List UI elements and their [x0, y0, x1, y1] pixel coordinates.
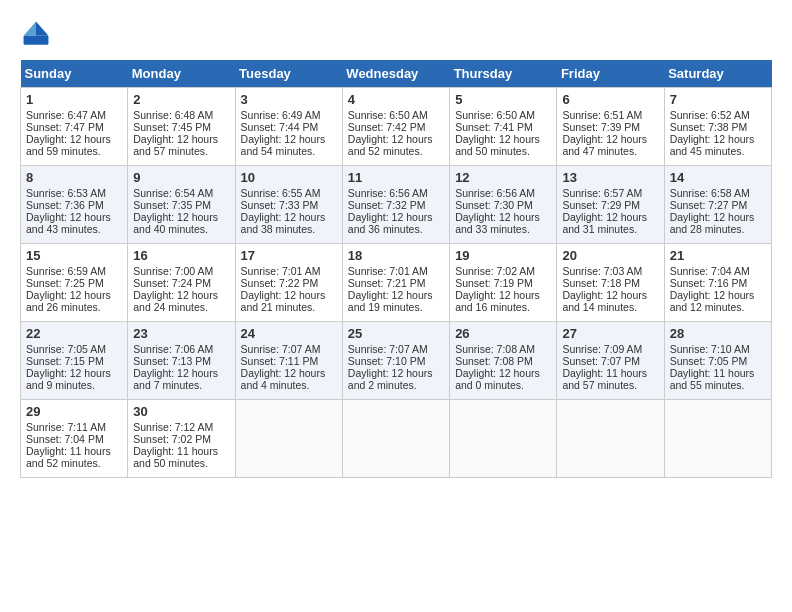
day-info-line: and 52 minutes. — [26, 457, 122, 469]
day-number: 19 — [455, 248, 551, 263]
calendar-cell: 4Sunrise: 6:50 AMSunset: 7:42 PMDaylight… — [342, 88, 449, 166]
day-info-line: Sunset: 7:24 PM — [133, 277, 229, 289]
day-number: 12 — [455, 170, 551, 185]
day-info-line: Sunset: 7:38 PM — [670, 121, 766, 133]
calendar-cell: 6Sunrise: 6:51 AMSunset: 7:39 PMDaylight… — [557, 88, 664, 166]
day-number: 7 — [670, 92, 766, 107]
day-info-line: Sunset: 7:16 PM — [670, 277, 766, 289]
day-info-line: and 36 minutes. — [348, 223, 444, 235]
day-info-line: and 57 minutes. — [562, 379, 658, 391]
day-info-line: Daylight: 12 hours — [670, 133, 766, 145]
day-info-line: Daylight: 12 hours — [241, 211, 337, 223]
day-info-line: Sunrise: 7:03 AM — [562, 265, 658, 277]
day-info-line: Daylight: 12 hours — [562, 211, 658, 223]
day-info-line: Sunrise: 7:07 AM — [348, 343, 444, 355]
day-info-line: Sunrise: 6:53 AM — [26, 187, 122, 199]
day-info-line: and 21 minutes. — [241, 301, 337, 313]
calendar-week-2: 8Sunrise: 6:53 AMSunset: 7:36 PMDaylight… — [21, 166, 772, 244]
calendar-cell: 7Sunrise: 6:52 AMSunset: 7:38 PMDaylight… — [664, 88, 771, 166]
page: SundayMondayTuesdayWednesdayThursdayFrid… — [0, 0, 792, 488]
day-number: 9 — [133, 170, 229, 185]
calendar-header-saturday: Saturday — [664, 60, 771, 88]
day-info-line: Sunset: 7:45 PM — [133, 121, 229, 133]
day-info-line: and 19 minutes. — [348, 301, 444, 313]
day-info-line: Daylight: 11 hours — [133, 445, 229, 457]
day-info-line: Daylight: 12 hours — [562, 289, 658, 301]
calendar-cell: 10Sunrise: 6:55 AMSunset: 7:33 PMDayligh… — [235, 166, 342, 244]
day-number: 13 — [562, 170, 658, 185]
day-number: 26 — [455, 326, 551, 341]
calendar-cell: 2Sunrise: 6:48 AMSunset: 7:45 PMDaylight… — [128, 88, 235, 166]
svg-marker-1 — [24, 22, 36, 36]
svg-rect-2 — [24, 36, 49, 45]
day-number: 15 — [26, 248, 122, 263]
calendar-cell: 29Sunrise: 7:11 AMSunset: 7:04 PMDayligh… — [21, 400, 128, 478]
day-info-line: Sunrise: 7:07 AM — [241, 343, 337, 355]
calendar-cell: 23Sunrise: 7:06 AMSunset: 7:13 PMDayligh… — [128, 322, 235, 400]
day-info-line: Daylight: 12 hours — [562, 133, 658, 145]
day-info-line: Daylight: 12 hours — [26, 289, 122, 301]
day-info-line: Sunset: 7:07 PM — [562, 355, 658, 367]
day-number: 16 — [133, 248, 229, 263]
day-number: 25 — [348, 326, 444, 341]
calendar-cell: 21Sunrise: 7:04 AMSunset: 7:16 PMDayligh… — [664, 244, 771, 322]
calendar-cell — [664, 400, 771, 478]
calendar-cell: 30Sunrise: 7:12 AMSunset: 7:02 PMDayligh… — [128, 400, 235, 478]
calendar-cell: 15Sunrise: 6:59 AMSunset: 7:25 PMDayligh… — [21, 244, 128, 322]
calendar-cell: 11Sunrise: 6:56 AMSunset: 7:32 PMDayligh… — [342, 166, 449, 244]
logo-icon — [20, 18, 52, 50]
day-info-line: Sunset: 7:13 PM — [133, 355, 229, 367]
day-info-line: and 54 minutes. — [241, 145, 337, 157]
day-info-line: Sunrise: 7:05 AM — [26, 343, 122, 355]
calendar-cell: 19Sunrise: 7:02 AMSunset: 7:19 PMDayligh… — [450, 244, 557, 322]
calendar-cell: 5Sunrise: 6:50 AMSunset: 7:41 PMDaylight… — [450, 88, 557, 166]
day-info-line: Daylight: 11 hours — [670, 367, 766, 379]
day-number: 14 — [670, 170, 766, 185]
day-info-line: Daylight: 11 hours — [562, 367, 658, 379]
day-info-line: and 16 minutes. — [455, 301, 551, 313]
calendar-header-friday: Friday — [557, 60, 664, 88]
day-info-line: Daylight: 12 hours — [133, 211, 229, 223]
day-number: 28 — [670, 326, 766, 341]
day-info-line: Sunrise: 6:57 AM — [562, 187, 658, 199]
day-info-line: Sunset: 7:15 PM — [26, 355, 122, 367]
calendar-cell: 20Sunrise: 7:03 AMSunset: 7:18 PMDayligh… — [557, 244, 664, 322]
day-info-line: Daylight: 12 hours — [26, 133, 122, 145]
day-info-line: Daylight: 12 hours — [348, 133, 444, 145]
day-info-line: Daylight: 12 hours — [455, 211, 551, 223]
calendar-cell: 17Sunrise: 7:01 AMSunset: 7:22 PMDayligh… — [235, 244, 342, 322]
day-info-line: Sunset: 7:36 PM — [26, 199, 122, 211]
calendar-header-monday: Monday — [128, 60, 235, 88]
day-number: 4 — [348, 92, 444, 107]
day-info-line: Sunset: 7:33 PM — [241, 199, 337, 211]
day-number: 5 — [455, 92, 551, 107]
day-info-line: and 47 minutes. — [562, 145, 658, 157]
day-info-line: Sunrise: 6:50 AM — [348, 109, 444, 121]
calendar-header-sunday: Sunday — [21, 60, 128, 88]
day-info-line: and 33 minutes. — [455, 223, 551, 235]
day-info-line: and 28 minutes. — [670, 223, 766, 235]
calendar-cell: 13Sunrise: 6:57 AMSunset: 7:29 PMDayligh… — [557, 166, 664, 244]
calendar-header-thursday: Thursday — [450, 60, 557, 88]
day-info-line: Sunrise: 7:02 AM — [455, 265, 551, 277]
day-number: 22 — [26, 326, 122, 341]
day-info-line: and 24 minutes. — [133, 301, 229, 313]
calendar-header-row: SundayMondayTuesdayWednesdayThursdayFrid… — [21, 60, 772, 88]
day-info-line: Sunrise: 7:11 AM — [26, 421, 122, 433]
day-info-line: Sunrise: 6:49 AM — [241, 109, 337, 121]
day-info-line: and 57 minutes. — [133, 145, 229, 157]
day-info-line: Daylight: 12 hours — [455, 289, 551, 301]
day-info-line: Sunset: 7:11 PM — [241, 355, 337, 367]
day-info-line: Sunrise: 7:04 AM — [670, 265, 766, 277]
day-number: 11 — [348, 170, 444, 185]
day-info-line: Daylight: 12 hours — [241, 133, 337, 145]
calendar-cell: 3Sunrise: 6:49 AMSunset: 7:44 PMDaylight… — [235, 88, 342, 166]
day-info-line: Daylight: 12 hours — [133, 133, 229, 145]
day-info-line: Sunset: 7:27 PM — [670, 199, 766, 211]
day-info-line: Sunrise: 7:01 AM — [348, 265, 444, 277]
calendar-body: 1Sunrise: 6:47 AMSunset: 7:47 PMDaylight… — [21, 88, 772, 478]
day-info-line: and 14 minutes. — [562, 301, 658, 313]
day-info-line: Sunrise: 7:10 AM — [670, 343, 766, 355]
day-info-line: Daylight: 12 hours — [26, 367, 122, 379]
day-info-line: Sunrise: 7:08 AM — [455, 343, 551, 355]
